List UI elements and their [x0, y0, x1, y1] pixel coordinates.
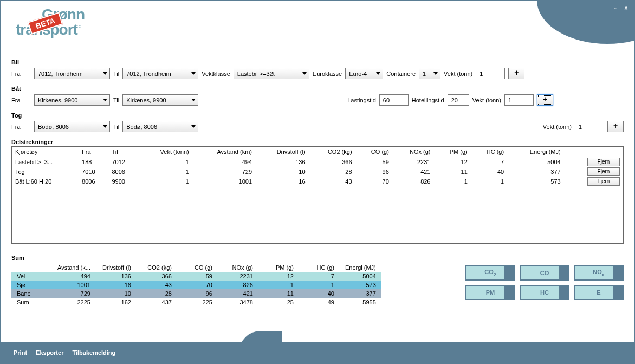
del-col-header[interactable] [564, 147, 623, 157]
table-cell: 421 [392, 167, 434, 177]
table-cell: 1 [433, 177, 470, 186]
bat-vekt-input[interactable] [504, 94, 534, 106]
sum-cell: 43 [137, 281, 177, 289]
sum-cell: 136 [96, 272, 137, 281]
sum-cell: 7 [299, 272, 340, 281]
emission-label: CO2 [484, 269, 496, 277]
tog-vekt-label: Vekt (tonn) [543, 123, 572, 130]
bil-euroklasse-select[interactable]: Euro-4 [345, 68, 383, 79]
emission-button-hc[interactable]: HC [520, 285, 569, 300]
fjern-button[interactable]: Fjern [587, 177, 620, 186]
table-cell: 1 [471, 177, 507, 186]
sum-cell: 421 [218, 289, 258, 298]
emission-fill [559, 266, 568, 280]
fjern-button[interactable]: Fjern [587, 167, 620, 176]
table-row[interactable]: Tog7010800617291028964211140377Fjern [12, 167, 623, 177]
fjern-button[interactable]: Fjern [587, 158, 620, 166]
sum-row-label: Bane [11, 289, 52, 298]
bil-vekt-input[interactable] [476, 68, 505, 79]
table-row[interactable]: Lastebil >=3...1887012149413636659223112… [12, 157, 623, 167]
emission-fill [504, 266, 514, 280]
bil-add-button[interactable]: + [508, 68, 524, 79]
tog-vekt-input[interactable] [575, 121, 604, 132]
emission-button-pm[interactable]: PM [465, 285, 515, 300]
sum-cell: 12 [258, 272, 299, 281]
bat-fra-select[interactable]: Kirkenes, 9900 [34, 94, 110, 106]
del-col-header[interactable]: Kjøretøy [12, 147, 79, 157]
sum-cell: 437 [137, 298, 177, 307]
eksporter-button[interactable]: Eksporter [36, 349, 63, 356]
tog-til-select[interactable]: Bodø, 8006 [122, 121, 198, 132]
bil-vekt-label: Vekt (tonn) [444, 70, 472, 77]
table-cell: 494 [192, 157, 255, 167]
bat-lastingstid-input[interactable] [379, 94, 409, 106]
sum-col-header: Drivstoff (l) [96, 263, 137, 272]
table-cell: 10 [255, 167, 309, 177]
minimize-icon[interactable]: ▫ [614, 5, 617, 11]
table-cell: 40 [471, 167, 507, 177]
sum-cell: 2225 [52, 298, 96, 307]
del-col-header[interactable]: CO (g) [355, 147, 392, 157]
table-cell: 16 [255, 177, 309, 186]
del-col-header[interactable]: NOx (g) [392, 147, 434, 157]
emission-label: NOx [593, 269, 605, 277]
table-cell: 573 [507, 177, 563, 186]
sum-cell: 49 [299, 298, 340, 307]
emission-label: HC [540, 289, 549, 296]
bil-containere-label: Containere [386, 70, 416, 77]
section-bil-label: Bil [11, 59, 624, 66]
emission-label: E [597, 289, 600, 296]
del-col-header[interactable]: PM (g) [433, 147, 470, 157]
del-col-header[interactable]: Til [108, 147, 138, 157]
sum-row-label: Sjø [11, 281, 52, 289]
bat-hotellingstid-input[interactable] [448, 94, 469, 106]
emission-button-nox[interactable]: NOx [574, 265, 624, 281]
bil-vektklasse-select[interactable]: Lastebil >=32t [234, 68, 309, 79]
table-cell: 28 [309, 167, 355, 177]
table-cell: 136 [255, 157, 309, 167]
close-icon[interactable]: X [624, 5, 628, 11]
del-col-header[interactable]: Fra [79, 147, 108, 157]
tilbakemelding-button[interactable]: Tilbakemelding [72, 349, 115, 356]
emission-button-co[interactable]: CO [520, 265, 569, 281]
del-col-header[interactable]: Avstand (km) [192, 147, 255, 157]
sum-label: Sum [11, 255, 381, 261]
sum-cell: 1 [258, 281, 299, 289]
emission-button-co2[interactable]: CO2 [465, 265, 515, 281]
print-button[interactable]: Print [14, 349, 27, 356]
emission-label: PM [486, 289, 495, 296]
sum-col-header: Energi (MJ) [340, 263, 381, 272]
bat-add-button[interactable]: + [537, 94, 553, 106]
bil-containere-select[interactable]: 1 [419, 68, 440, 79]
del-col-header[interactable]: Drivstoff (l) [255, 147, 309, 157]
tog-fra-select[interactable]: Bodø, 8006 [34, 121, 110, 132]
bat-til-select[interactable]: Kirkenes, 9900 [122, 94, 198, 106]
table-cell: 826 [392, 177, 434, 186]
sum-col-header [11, 263, 52, 272]
bil-til-select[interactable]: 7012, Trondheim [122, 68, 198, 79]
emission-fill [613, 286, 623, 299]
del-col-header[interactable]: Vekt (tonn) [139, 147, 192, 157]
del-col-header[interactable]: Energi (MJ) [507, 147, 563, 157]
bat-til-label: Til [113, 97, 119, 103]
sum-cell: 16 [96, 281, 137, 289]
section-tog-label: Tog [11, 112, 624, 119]
table-cell: Båt L:60 H:20 [12, 177, 79, 186]
bil-fra-select[interactable]: 7012, Trondheim [34, 68, 110, 79]
table-row[interactable]: Båt L:60 H:20800699001100116437082611573… [12, 177, 623, 186]
del-col-header[interactable]: HC (g) [471, 147, 507, 157]
emission-button-e[interactable]: E [574, 285, 624, 300]
table-cell: 43 [309, 177, 355, 186]
sum-cell: 225 [177, 298, 218, 307]
emission-buttons: CO2CONOxPMHCE [465, 265, 624, 300]
footer-bar: Print Eksporter Tilbakemelding [1, 342, 634, 363]
delstrekninger-table: KjøretøyFraTilVekt (tonn)Avstand (km)Dri… [11, 146, 624, 244]
del-col-header[interactable]: CO2 (kg) [309, 147, 355, 157]
tog-fra-label: Fra [11, 123, 31, 130]
sum-cell: 573 [340, 281, 381, 289]
tog-add-button[interactable]: + [607, 121, 624, 132]
emission-fill [504, 286, 514, 299]
table-cell: Lastebil >=3... [12, 157, 79, 167]
sum-cell: 25 [258, 298, 299, 307]
table-cell: 11 [433, 167, 470, 177]
